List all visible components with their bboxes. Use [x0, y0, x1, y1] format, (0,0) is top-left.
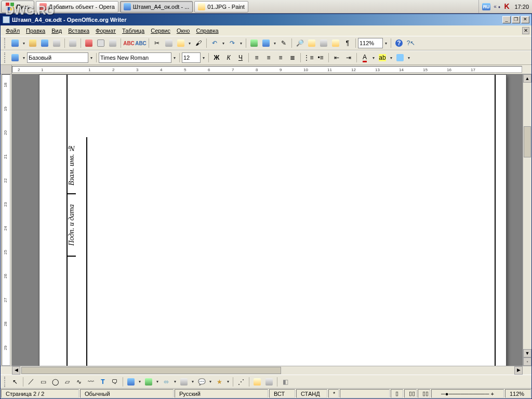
- bullets-button[interactable]: •≡: [315, 52, 326, 63]
- spellcheck-button[interactable]: ABC: [123, 37, 135, 49]
- autospell-button[interactable]: ABC: [135, 37, 147, 49]
- extrusion-button[interactable]: ◧: [280, 376, 291, 388]
- bold-button[interactable]: Ж: [211, 52, 222, 63]
- export-pdf-button[interactable]: [83, 37, 95, 49]
- status-language[interactable]: Русский: [175, 389, 268, 398]
- vertical-ruler[interactable]: 18 19 20 21 22 23 24 25 26 27 28 29: [1, 74, 12, 366]
- line-tool[interactable]: ／: [25, 376, 37, 388]
- rect-tool[interactable]: ▭: [37, 376, 49, 388]
- menu-table[interactable]: Таблица: [119, 26, 148, 35]
- points-button[interactable]: ⋰: [235, 376, 247, 388]
- menu-insert[interactable]: Вставка: [65, 26, 92, 35]
- edit-doc-button[interactable]: [67, 37, 78, 49]
- print-button[interactable]: [95, 37, 107, 49]
- undo-button[interactable]: ↶: [209, 37, 220, 49]
- callout-tool[interactable]: 🗨: [109, 376, 121, 388]
- copy-button[interactable]: [163, 37, 175, 49]
- horizontal-ruler[interactable]: 2 1 1 2 3 4 5 6 7 8 9 10 11 12 13 14 15 …: [1, 65, 531, 74]
- menu-format[interactable]: Формат: [92, 26, 119, 35]
- style-dropdown[interactable]: ▾: [89, 52, 94, 63]
- flowchart-button[interactable]: [178, 376, 190, 388]
- menu-tools[interactable]: Сервис: [148, 26, 174, 35]
- align-justify-button[interactable]: ≣: [287, 52, 298, 63]
- redo-dropdown[interactable]: ▾: [238, 37, 244, 49]
- language-indicator[interactable]: RU: [482, 3, 490, 10]
- menu-file[interactable]: Файл: [3, 26, 23, 35]
- text-tool[interactable]: T: [97, 376, 109, 388]
- highlight-dropdown[interactable]: ▾: [389, 52, 394, 63]
- menu-edit[interactable]: Правка: [23, 26, 48, 35]
- insert-table-button[interactable]: [260, 37, 272, 49]
- ellipse-tool[interactable]: ◯: [49, 376, 61, 388]
- minimize-button[interactable]: _: [502, 16, 511, 23]
- toolbar-handle[interactable]: [4, 52, 7, 63]
- vertical-scrollbar[interactable]: ▲ ▼ ◦: [523, 74, 531, 366]
- print-preview-button[interactable]: [107, 37, 118, 49]
- font-dropdown[interactable]: ▾: [172, 52, 177, 63]
- kaspersky-icon[interactable]: K: [504, 3, 511, 10]
- restore-button[interactable]: ❐: [512, 16, 520, 23]
- status-zoom-value[interactable]: 112%: [505, 389, 531, 398]
- status-view-book[interactable]: ▯▯: [418, 389, 430, 398]
- scroll-left-button[interactable]: ◀: [12, 366, 20, 375]
- open-button[interactable]: [27, 37, 38, 49]
- start-button[interactable]: Пуск: [1, 1, 34, 13]
- email-button[interactable]: [51, 37, 62, 49]
- symbol-shapes-button[interactable]: [143, 376, 154, 388]
- font-name-combo[interactable]: [99, 52, 171, 63]
- status-page[interactable]: Страница 2 / 2: [1, 389, 79, 398]
- italic-button[interactable]: К: [223, 52, 234, 63]
- cut-button[interactable]: ✂: [151, 37, 163, 49]
- align-left-button[interactable]: ≡: [251, 52, 262, 63]
- taskbar-app-paint[interactable]: 01.JPG - Paint: [194, 1, 248, 12]
- nav-object-button[interactable]: ◦: [523, 357, 531, 366]
- navigator-button[interactable]: [306, 37, 317, 49]
- paste-button[interactable]: [175, 37, 187, 49]
- format-paintbrush-button[interactable]: 🖌: [193, 37, 204, 49]
- font-color-button[interactable]: A: [359, 52, 370, 63]
- status-zoom-slider[interactable]: ─●────────── +: [431, 389, 504, 398]
- status-style[interactable]: Обычный: [80, 389, 174, 398]
- document-viewport[interactable]: Взам. инв. № Подп. и дата Инв. № подл. И…: [12, 74, 531, 366]
- toolbar-handle[interactable]: [4, 38, 7, 48]
- datasources-button[interactable]: [330, 37, 341, 49]
- status-view-single[interactable]: ▯: [391, 389, 403, 398]
- zoom-combo[interactable]: [358, 38, 383, 48]
- taskbar-app-opera[interactable]: Добавить объект - Opera: [36, 1, 118, 12]
- nonprint-chars-button[interactable]: ¶: [342, 37, 353, 49]
- undo-dropdown[interactable]: ▾: [221, 37, 226, 49]
- tray-chevrons-icon[interactable]: « ⬧: [494, 4, 501, 9]
- menu-view[interactable]: Вид: [48, 26, 65, 35]
- size-dropdown[interactable]: ▾: [201, 52, 206, 63]
- taskbar-app-writer[interactable]: Штамп_A4_ок.odt - ...: [120, 1, 193, 12]
- fontwork-button[interactable]: [251, 376, 263, 388]
- menu-help[interactable]: Справка: [193, 26, 221, 35]
- bg-color-button[interactable]: [394, 52, 406, 63]
- freeform-tool[interactable]: 〰: [85, 376, 97, 388]
- hyperlink-button[interactable]: [248, 37, 260, 49]
- numbering-button[interactable]: ⋮≡: [303, 52, 314, 63]
- close-button[interactable]: ✕: [521, 16, 529, 23]
- highlight-button[interactable]: ab: [377, 52, 388, 63]
- save-button[interactable]: [39, 37, 50, 49]
- para-style-combo[interactable]: [27, 52, 88, 63]
- scroll-thumb-h[interactable]: [21, 367, 281, 374]
- bg-dropdown[interactable]: ▾: [406, 52, 411, 63]
- table-dropdown[interactable]: ▾: [272, 37, 277, 49]
- styles-button[interactable]: [9, 52, 21, 63]
- callouts-button[interactable]: 💬: [196, 376, 207, 388]
- scroll-down-button[interactable]: ▼: [523, 349, 531, 357]
- block-arrows-button[interactable]: ⬄: [161, 376, 172, 388]
- whatsthis-button[interactable]: ?↖: [405, 37, 417, 49]
- scroll-thumb-v[interactable]: [524, 126, 531, 157]
- doc-close-button[interactable]: ✕: [522, 27, 529, 34]
- clock[interactable]: 17:20: [514, 4, 529, 10]
- new-button[interactable]: [9, 37, 21, 49]
- scroll-up-button[interactable]: ▲: [523, 74, 531, 83]
- status-insert-mode[interactable]: ВСТ: [269, 389, 295, 398]
- curve-tool[interactable]: ∿: [73, 376, 85, 388]
- horizontal-scrollbar[interactable]: ◀ ▶: [12, 366, 523, 375]
- increase-indent-button[interactable]: ⇥: [343, 52, 354, 63]
- polygon-tool[interactable]: ▱: [61, 376, 73, 388]
- status-view-multi[interactable]: ▯▯: [404, 389, 417, 398]
